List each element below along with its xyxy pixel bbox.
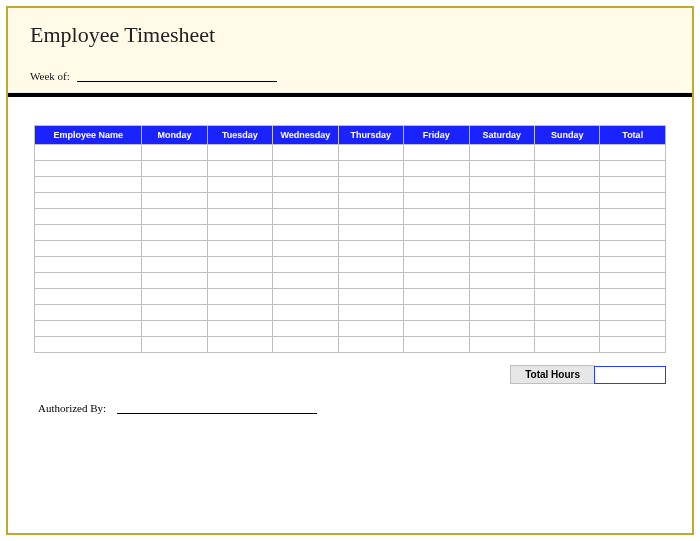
- table-cell[interactable]: [35, 209, 142, 225]
- table-cell[interactable]: [404, 321, 469, 337]
- table-cell[interactable]: [338, 273, 403, 289]
- table-cell[interactable]: [273, 257, 338, 273]
- table-cell[interactable]: [142, 337, 207, 353]
- table-cell[interactable]: [338, 241, 403, 257]
- table-cell[interactable]: [207, 273, 272, 289]
- table-cell[interactable]: [469, 225, 534, 241]
- table-cell[interactable]: [535, 225, 600, 241]
- table-cell[interactable]: [600, 193, 666, 209]
- table-cell[interactable]: [600, 177, 666, 193]
- table-cell[interactable]: [535, 289, 600, 305]
- table-cell[interactable]: [469, 193, 534, 209]
- table-cell[interactable]: [338, 145, 403, 161]
- table-cell[interactable]: [600, 241, 666, 257]
- table-cell[interactable]: [338, 177, 403, 193]
- table-cell[interactable]: [404, 225, 469, 241]
- table-cell[interactable]: [469, 177, 534, 193]
- table-cell[interactable]: [404, 305, 469, 321]
- table-cell[interactable]: [535, 257, 600, 273]
- table-cell[interactable]: [142, 193, 207, 209]
- table-cell[interactable]: [142, 289, 207, 305]
- table-cell[interactable]: [35, 225, 142, 241]
- table-cell[interactable]: [35, 289, 142, 305]
- table-cell[interactable]: [535, 161, 600, 177]
- table-cell[interactable]: [600, 337, 666, 353]
- table-cell[interactable]: [207, 289, 272, 305]
- table-cell[interactable]: [142, 145, 207, 161]
- table-cell[interactable]: [207, 145, 272, 161]
- table-cell[interactable]: [142, 209, 207, 225]
- table-cell[interactable]: [469, 161, 534, 177]
- table-cell[interactable]: [600, 145, 666, 161]
- table-cell[interactable]: [404, 257, 469, 273]
- table-cell[interactable]: [338, 257, 403, 273]
- table-cell[interactable]: [404, 209, 469, 225]
- table-cell[interactable]: [535, 145, 600, 161]
- table-cell[interactable]: [273, 145, 338, 161]
- table-cell[interactable]: [35, 241, 142, 257]
- total-hours-value[interactable]: [594, 366, 666, 384]
- table-cell[interactable]: [469, 289, 534, 305]
- table-cell[interactable]: [142, 321, 207, 337]
- table-cell[interactable]: [35, 273, 142, 289]
- table-cell[interactable]: [142, 305, 207, 321]
- table-cell[interactable]: [273, 321, 338, 337]
- table-cell[interactable]: [404, 193, 469, 209]
- table-cell[interactable]: [338, 209, 403, 225]
- table-cell[interactable]: [600, 225, 666, 241]
- table-cell[interactable]: [600, 321, 666, 337]
- table-cell[interactable]: [469, 145, 534, 161]
- table-cell[interactable]: [142, 225, 207, 241]
- table-cell[interactable]: [273, 241, 338, 257]
- table-cell[interactable]: [142, 241, 207, 257]
- table-cell[interactable]: [273, 193, 338, 209]
- table-cell[interactable]: [142, 177, 207, 193]
- table-cell[interactable]: [142, 161, 207, 177]
- table-cell[interactable]: [535, 193, 600, 209]
- table-cell[interactable]: [338, 193, 403, 209]
- table-cell[interactable]: [273, 289, 338, 305]
- table-cell[interactable]: [535, 241, 600, 257]
- table-cell[interactable]: [207, 257, 272, 273]
- table-cell[interactable]: [207, 177, 272, 193]
- table-cell[interactable]: [600, 289, 666, 305]
- table-cell[interactable]: [535, 321, 600, 337]
- table-cell[interactable]: [35, 257, 142, 273]
- table-cell[interactable]: [35, 337, 142, 353]
- table-cell[interactable]: [600, 209, 666, 225]
- authorized-by-field[interactable]: [117, 404, 317, 414]
- table-cell[interactable]: [338, 289, 403, 305]
- table-cell[interactable]: [469, 305, 534, 321]
- table-cell[interactable]: [273, 161, 338, 177]
- table-cell[interactable]: [207, 193, 272, 209]
- table-cell[interactable]: [273, 225, 338, 241]
- table-cell[interactable]: [142, 257, 207, 273]
- table-cell[interactable]: [600, 273, 666, 289]
- table-cell[interactable]: [535, 177, 600, 193]
- table-cell[interactable]: [35, 161, 142, 177]
- table-cell[interactable]: [338, 161, 403, 177]
- table-cell[interactable]: [338, 305, 403, 321]
- table-cell[interactable]: [469, 209, 534, 225]
- table-cell[interactable]: [404, 241, 469, 257]
- table-cell[interactable]: [207, 241, 272, 257]
- table-cell[interactable]: [207, 225, 272, 241]
- table-cell[interactable]: [535, 273, 600, 289]
- table-cell[interactable]: [404, 337, 469, 353]
- table-cell[interactable]: [142, 273, 207, 289]
- table-cell[interactable]: [404, 273, 469, 289]
- table-cell[interactable]: [273, 337, 338, 353]
- table-cell[interactable]: [600, 305, 666, 321]
- table-cell[interactable]: [535, 337, 600, 353]
- table-cell[interactable]: [273, 273, 338, 289]
- table-cell[interactable]: [273, 305, 338, 321]
- table-cell[interactable]: [207, 337, 272, 353]
- table-cell[interactable]: [404, 145, 469, 161]
- table-cell[interactable]: [469, 273, 534, 289]
- table-cell[interactable]: [207, 305, 272, 321]
- table-cell[interactable]: [338, 225, 403, 241]
- table-cell[interactable]: [600, 161, 666, 177]
- table-cell[interactable]: [207, 161, 272, 177]
- table-cell[interactable]: [273, 209, 338, 225]
- table-cell[interactable]: [35, 321, 142, 337]
